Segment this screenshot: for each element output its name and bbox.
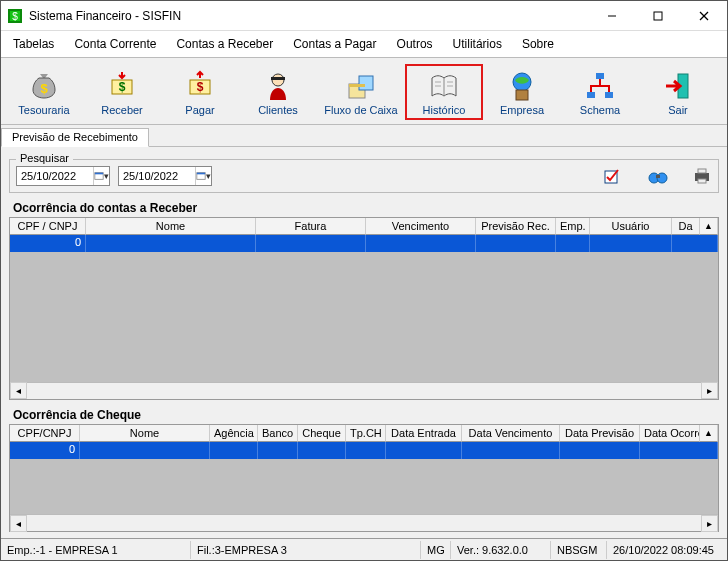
date-to-input[interactable]: 25/10/2022 ▾	[118, 166, 212, 186]
grid1-col-da[interactable]: Da	[672, 218, 700, 235]
grid2-header: CPF/CNPJ Nome Agência Banco Cheque Tp.CH…	[10, 425, 718, 442]
toolbar-empresa[interactable]: Empresa	[483, 64, 561, 120]
menu-contas-a-pagar[interactable]: Contas a Pagar	[289, 35, 380, 53]
grid2-col-cpf[interactable]: CPF/CNPJ	[10, 425, 80, 442]
grid1-body[interactable]: 0	[10, 235, 718, 382]
company-globe-icon	[506, 70, 538, 102]
toolbar-pagar[interactable]: $ Pagar	[161, 64, 239, 120]
binoculars-search-icon[interactable]	[648, 166, 668, 186]
toolbar-clientes[interactable]: Clientes	[239, 64, 317, 120]
menu-utilitarios[interactable]: Utilitários	[449, 35, 506, 53]
maximize-button[interactable]	[635, 1, 681, 30]
menu-sobre[interactable]: Sobre	[518, 35, 558, 53]
grid1-col-scroll-up[interactable]: ▲	[700, 218, 718, 235]
grid2-col-tpch[interactable]: Tp.CH	[346, 425, 386, 442]
grid2-col-agencia[interactable]: Agência	[210, 425, 258, 442]
grid-cheque: Ocorrência de Cheque CPF/CNPJ Nome Agênc…	[9, 408, 719, 532]
search-legend: Pesquisar	[16, 152, 73, 164]
grid2-col-scroll-up[interactable]: ▲	[700, 425, 718, 442]
date-from-input[interactable]: 25/10/2022 ▾	[16, 166, 110, 186]
toolbar-schema[interactable]: Schema	[561, 64, 639, 120]
grid1-row0-cpf: 0	[10, 235, 86, 252]
printer-icon[interactable]	[692, 166, 712, 186]
scroll-right-icon[interactable]: ▸	[701, 515, 718, 532]
status-ver: Ver.: 9.632.0.0	[451, 541, 551, 559]
app-icon: $	[7, 8, 23, 24]
grid1-row0-usuario	[590, 235, 672, 252]
status-user: NBSGM	[551, 541, 607, 559]
grid1-title: Ocorrência do contas a Receber	[9, 201, 719, 215]
check-options-icon[interactable]	[604, 166, 624, 186]
toolbar-historico[interactable]: Histórico	[405, 64, 483, 120]
tab-strip: Previsão de Recebimento	[1, 125, 727, 147]
grid1-col-emp[interactable]: Emp.	[556, 218, 590, 235]
grid1-col-nome[interactable]: Nome	[86, 218, 256, 235]
pay-money-icon: $	[184, 70, 216, 102]
svg-rect-25	[587, 92, 595, 98]
close-button[interactable]	[681, 1, 727, 30]
window-controls	[589, 1, 727, 30]
toolbar-tesouraria[interactable]: $ Tesouraria	[5, 64, 83, 120]
grid1-col-usuario[interactable]: Usuário	[590, 218, 672, 235]
toolbar-pagar-label: Pagar	[185, 104, 214, 116]
window-title: Sistema Financeiro - SISFIN	[29, 9, 589, 23]
minimize-button[interactable]	[589, 1, 635, 30]
grid2-col-dataprev[interactable]: Data Previsão	[560, 425, 640, 442]
grid2-body[interactable]: 0	[10, 442, 718, 514]
grid2-col-dataentrada[interactable]: Data Entrada	[386, 425, 462, 442]
menu-contas-a-receber[interactable]: Contas a Receber	[172, 35, 277, 53]
svg-rect-23	[516, 90, 528, 100]
grid2-col-dataocorr[interactable]: Data Ocorrê	[640, 425, 700, 442]
toolbar-tesouraria-label: Tesouraria	[18, 104, 69, 116]
svg-rect-26	[605, 92, 613, 98]
svg-rect-35	[656, 175, 660, 178]
table-row[interactable]: 0	[10, 235, 718, 252]
table-row[interactable]: 0	[10, 442, 718, 459]
grid2[interactable]: CPF/CNPJ Nome Agência Banco Cheque Tp.CH…	[9, 424, 719, 532]
receive-money-icon: $	[106, 70, 138, 102]
svg-rect-29	[95, 173, 103, 175]
toolbar-schema-label: Schema	[580, 104, 620, 116]
grid2-col-banco[interactable]: Banco	[258, 425, 298, 442]
toolbar-receber[interactable]: $ Receber	[83, 64, 161, 120]
search-action-icons	[604, 166, 712, 186]
cashflow-icon	[345, 70, 377, 102]
grid2-hscrollbar[interactable]: ◂ ▸	[10, 514, 718, 531]
svg-rect-38	[698, 179, 706, 183]
grid1-hscrollbar[interactable]: ◂ ▸	[10, 382, 718, 399]
menu-conta-corrente[interactable]: Conta Corrente	[70, 35, 160, 53]
grid1-row0-emp	[556, 235, 590, 252]
toolbar-empresa-label: Empresa	[500, 104, 544, 116]
menu-tabelas[interactable]: Tabelas	[9, 35, 58, 53]
titlebar: $ Sistema Financeiro - SISFIN	[1, 1, 727, 31]
grid1-col-cpf[interactable]: CPF / CNPJ	[10, 218, 86, 235]
grid1-row0-venc	[366, 235, 476, 252]
grid1[interactable]: CPF / CNPJ Nome Fatura Vencimento Previs…	[9, 217, 719, 400]
status-fil: Fil.:3-EMPRESA 3	[191, 541, 421, 559]
scroll-left-icon[interactable]: ◂	[10, 382, 27, 399]
scroll-right-icon[interactable]: ▸	[701, 382, 718, 399]
svg-rect-16	[349, 84, 365, 87]
toolbar-sair[interactable]: Sair	[639, 64, 717, 120]
statusbar: Emp.:-1 - EMPRESA 1 Fil.:3-EMPRESA 3 MG …	[1, 538, 727, 560]
grid2-col-nome[interactable]: Nome	[80, 425, 210, 442]
grid1-col-vencimento[interactable]: Vencimento	[366, 218, 476, 235]
scroll-left-icon[interactable]: ◂	[10, 515, 27, 532]
grid1-col-fatura[interactable]: Fatura	[256, 218, 366, 235]
grid2-col-cheque[interactable]: Cheque	[298, 425, 346, 442]
tab-previsao-recebimento[interactable]: Previsão de Recebimento	[1, 128, 149, 147]
menu-outros[interactable]: Outros	[393, 35, 437, 53]
app-window: $ Sistema Financeiro - SISFIN Tabelas Co…	[0, 0, 728, 561]
menubar: Tabelas Conta Corrente Contas a Receber …	[1, 31, 727, 58]
svg-text:$: $	[119, 80, 126, 94]
grid1-col-previsao[interactable]: Previsão Rec.	[476, 218, 556, 235]
grid2-col-datavenc[interactable]: Data Vencimento	[462, 425, 560, 442]
calendar-dropdown-icon[interactable]: ▾	[93, 167, 109, 185]
history-book-icon	[428, 70, 460, 102]
grid2-row0-cpf: 0	[10, 442, 80, 459]
svg-rect-4	[654, 12, 662, 20]
toolbar-sair-label: Sair	[668, 104, 688, 116]
calendar-dropdown-icon[interactable]: ▾	[195, 167, 211, 185]
status-emp: Emp.:-1 - EMPRESA 1	[1, 541, 191, 559]
toolbar-fluxo-de-caixa[interactable]: Fluxo de Caixa	[317, 64, 405, 120]
